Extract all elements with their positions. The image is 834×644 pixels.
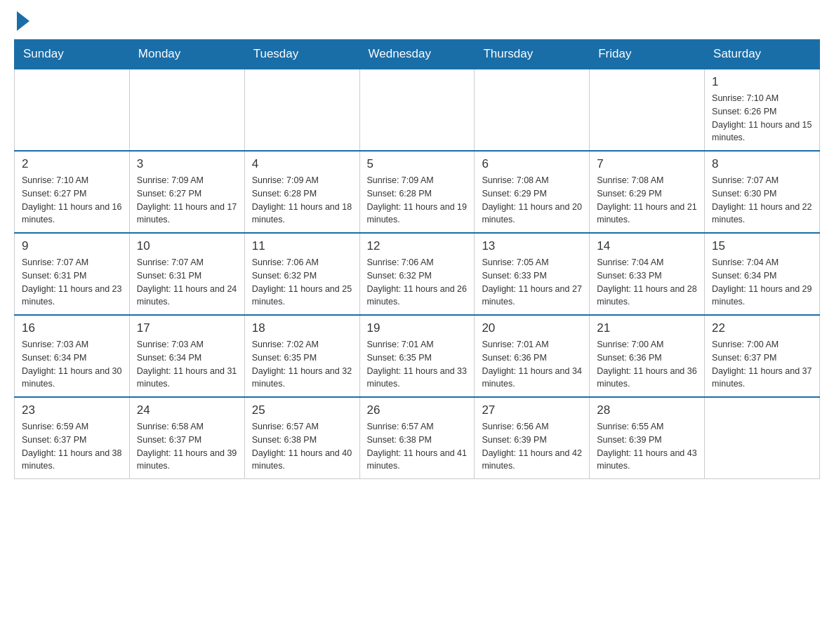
- calendar-cell: [244, 69, 359, 151]
- week-row-5: 23Sunrise: 6:59 AMSunset: 6:37 PMDayligh…: [15, 397, 820, 479]
- week-row-1: 1Sunrise: 7:10 AMSunset: 6:26 PMDaylight…: [15, 69, 820, 151]
- calendar-cell: 13Sunrise: 7:05 AMSunset: 6:33 PMDayligh…: [475, 233, 590, 315]
- day-number: 19: [367, 321, 468, 335]
- day-number: 15: [712, 239, 812, 253]
- day-number: 21: [597, 321, 697, 335]
- week-row-4: 16Sunrise: 7:03 AMSunset: 6:34 PMDayligh…: [15, 315, 820, 397]
- week-row-2: 2Sunrise: 7:10 AMSunset: 6:27 PMDaylight…: [15, 151, 820, 233]
- calendar-cell: [359, 69, 475, 151]
- day-info: Sunrise: 7:00 AMSunset: 6:37 PMDaylight:…: [712, 338, 812, 391]
- calendar-cell: 21Sunrise: 7:00 AMSunset: 6:36 PMDayligh…: [590, 315, 705, 397]
- day-info: Sunrise: 7:08 AMSunset: 6:29 PMDaylight:…: [482, 174, 582, 227]
- calendar-cell: 17Sunrise: 7:03 AMSunset: 6:34 PMDayligh…: [129, 315, 244, 397]
- day-number: 20: [482, 321, 582, 335]
- calendar-header-tuesday: Tuesday: [244, 40, 359, 69]
- day-number: 2: [22, 157, 122, 171]
- week-row-3: 9Sunrise: 7:07 AMSunset: 6:31 PMDaylight…: [15, 233, 820, 315]
- calendar-cell: 1Sunrise: 7:10 AMSunset: 6:26 PMDaylight…: [705, 69, 820, 151]
- calendar-cell: 5Sunrise: 7:09 AMSunset: 6:28 PMDaylight…: [359, 151, 475, 233]
- day-info: Sunrise: 7:07 AMSunset: 6:31 PMDaylight:…: [22, 256, 122, 309]
- day-number: 4: [252, 157, 352, 171]
- day-info: Sunrise: 7:04 AMSunset: 6:34 PMDaylight:…: [712, 256, 812, 309]
- day-info: Sunrise: 7:09 AMSunset: 6:27 PMDaylight:…: [137, 174, 237, 227]
- day-info: Sunrise: 7:03 AMSunset: 6:34 PMDaylight:…: [22, 338, 122, 391]
- day-number: 28: [597, 403, 697, 417]
- day-number: 10: [137, 239, 237, 253]
- day-number: 1: [712, 75, 812, 89]
- day-info: Sunrise: 7:10 AMSunset: 6:26 PMDaylight:…: [712, 92, 812, 145]
- day-number: 5: [367, 157, 468, 171]
- day-info: Sunrise: 7:03 AMSunset: 6:34 PMDaylight:…: [137, 338, 237, 391]
- calendar-cell: 18Sunrise: 7:02 AMSunset: 6:35 PMDayligh…: [244, 315, 359, 397]
- calendar-header-row: SundayMondayTuesdayWednesdayThursdayFrid…: [15, 40, 820, 69]
- calendar-cell: 27Sunrise: 6:56 AMSunset: 6:39 PMDayligh…: [475, 397, 590, 479]
- day-number: 3: [137, 157, 237, 171]
- day-info: Sunrise: 7:09 AMSunset: 6:28 PMDaylight:…: [252, 174, 352, 227]
- calendar-cell: [590, 69, 705, 151]
- calendar-cell: 25Sunrise: 6:57 AMSunset: 6:38 PMDayligh…: [244, 397, 359, 479]
- calendar-cell: 12Sunrise: 7:06 AMSunset: 6:32 PMDayligh…: [359, 233, 475, 315]
- day-info: Sunrise: 6:57 AMSunset: 6:38 PMDaylight:…: [252, 420, 352, 473]
- day-number: 14: [597, 239, 697, 253]
- calendar-header-monday: Monday: [129, 40, 244, 69]
- day-number: 8: [712, 157, 812, 171]
- day-info: Sunrise: 7:01 AMSunset: 6:36 PMDaylight:…: [482, 338, 582, 391]
- calendar-cell: 20Sunrise: 7:01 AMSunset: 6:36 PMDayligh…: [475, 315, 590, 397]
- calendar-cell: [15, 69, 130, 151]
- calendar-cell: 28Sunrise: 6:55 AMSunset: 6:39 PMDayligh…: [590, 397, 705, 479]
- calendar-cell: 24Sunrise: 6:58 AMSunset: 6:37 PMDayligh…: [129, 397, 244, 479]
- calendar-cell: [129, 69, 244, 151]
- day-info: Sunrise: 7:10 AMSunset: 6:27 PMDaylight:…: [22, 174, 122, 227]
- logo-arrow-icon: [17, 11, 29, 31]
- logo: [14, 14, 29, 25]
- day-info: Sunrise: 7:02 AMSunset: 6:35 PMDaylight:…: [252, 338, 352, 391]
- day-info: Sunrise: 7:07 AMSunset: 6:31 PMDaylight:…: [137, 256, 237, 309]
- calendar-header-sunday: Sunday: [15, 40, 130, 69]
- day-number: 27: [482, 403, 582, 417]
- day-number: 13: [482, 239, 582, 253]
- calendar-cell: [475, 69, 590, 151]
- day-number: 23: [22, 403, 122, 417]
- calendar-header-wednesday: Wednesday: [359, 40, 475, 69]
- calendar-cell: 14Sunrise: 7:04 AMSunset: 6:33 PMDayligh…: [590, 233, 705, 315]
- day-number: 22: [712, 321, 812, 335]
- calendar-cell: 8Sunrise: 7:07 AMSunset: 6:30 PMDaylight…: [705, 151, 820, 233]
- calendar-table: SundayMondayTuesdayWednesdayThursdayFrid…: [14, 39, 820, 479]
- day-number: 7: [597, 157, 697, 171]
- day-info: Sunrise: 6:55 AMSunset: 6:39 PMDaylight:…: [597, 420, 697, 473]
- calendar-cell: 6Sunrise: 7:08 AMSunset: 6:29 PMDaylight…: [475, 151, 590, 233]
- calendar-cell: 11Sunrise: 7:06 AMSunset: 6:32 PMDayligh…: [244, 233, 359, 315]
- calendar-header-saturday: Saturday: [705, 40, 820, 69]
- day-number: 12: [367, 239, 468, 253]
- calendar-header-thursday: Thursday: [475, 40, 590, 69]
- day-number: 6: [482, 157, 582, 171]
- day-info: Sunrise: 7:04 AMSunset: 6:33 PMDaylight:…: [597, 256, 697, 309]
- calendar-cell: 22Sunrise: 7:00 AMSunset: 6:37 PMDayligh…: [705, 315, 820, 397]
- day-number: 16: [22, 321, 122, 335]
- day-info: Sunrise: 7:06 AMSunset: 6:32 PMDaylight:…: [367, 256, 468, 309]
- day-info: Sunrise: 6:57 AMSunset: 6:38 PMDaylight:…: [367, 420, 468, 473]
- day-info: Sunrise: 7:06 AMSunset: 6:32 PMDaylight:…: [252, 256, 352, 309]
- calendar-cell: 9Sunrise: 7:07 AMSunset: 6:31 PMDaylight…: [15, 233, 130, 315]
- calendar-cell: 3Sunrise: 7:09 AMSunset: 6:27 PMDaylight…: [129, 151, 244, 233]
- calendar-cell: 4Sunrise: 7:09 AMSunset: 6:28 PMDaylight…: [244, 151, 359, 233]
- day-info: Sunrise: 7:05 AMSunset: 6:33 PMDaylight:…: [482, 256, 582, 309]
- day-number: 17: [137, 321, 237, 335]
- day-info: Sunrise: 7:08 AMSunset: 6:29 PMDaylight:…: [597, 174, 697, 227]
- page-header: [14, 14, 820, 25]
- calendar-cell: 10Sunrise: 7:07 AMSunset: 6:31 PMDayligh…: [129, 233, 244, 315]
- calendar-cell: 7Sunrise: 7:08 AMSunset: 6:29 PMDaylight…: [590, 151, 705, 233]
- day-info: Sunrise: 7:01 AMSunset: 6:35 PMDaylight:…: [367, 338, 468, 391]
- calendar-cell: 23Sunrise: 6:59 AMSunset: 6:37 PMDayligh…: [15, 397, 130, 479]
- calendar-cell: 2Sunrise: 7:10 AMSunset: 6:27 PMDaylight…: [15, 151, 130, 233]
- calendar-cell: 19Sunrise: 7:01 AMSunset: 6:35 PMDayligh…: [359, 315, 475, 397]
- calendar-cell: 26Sunrise: 6:57 AMSunset: 6:38 PMDayligh…: [359, 397, 475, 479]
- day-info: Sunrise: 7:07 AMSunset: 6:30 PMDaylight:…: [712, 174, 812, 227]
- calendar-cell: 16Sunrise: 7:03 AMSunset: 6:34 PMDayligh…: [15, 315, 130, 397]
- day-number: 11: [252, 239, 352, 253]
- day-info: Sunrise: 6:56 AMSunset: 6:39 PMDaylight:…: [482, 420, 582, 473]
- calendar-cell: 15Sunrise: 7:04 AMSunset: 6:34 PMDayligh…: [705, 233, 820, 315]
- calendar-cell: [705, 397, 820, 479]
- day-number: 18: [252, 321, 352, 335]
- day-info: Sunrise: 7:09 AMSunset: 6:28 PMDaylight:…: [367, 174, 468, 227]
